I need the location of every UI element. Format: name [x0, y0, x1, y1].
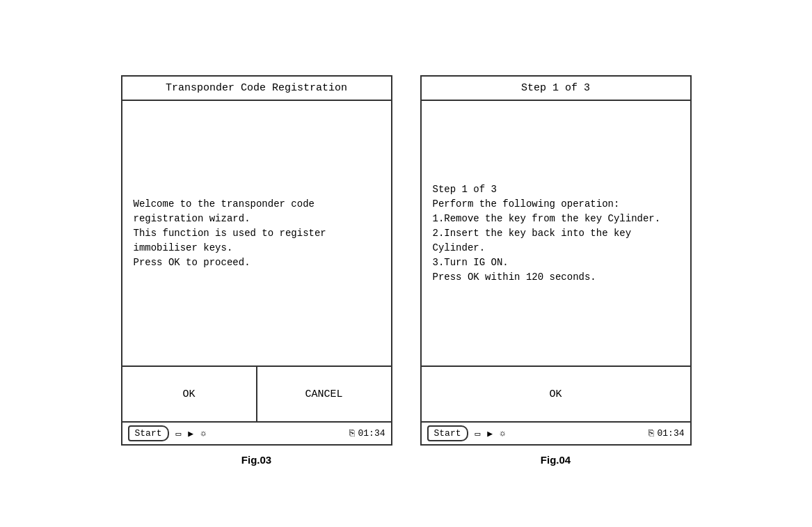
button-bar-04: OK — [422, 365, 690, 421]
figure-03-container: Transponder Code Registration Welcome to… — [121, 75, 392, 466]
taskbar-time-04: ⎘ 01:34 — [648, 428, 684, 439]
screen-content-04: Step 1 of 3 Perform the following operat… — [422, 101, 690, 365]
start-button-03[interactable]: Start — [128, 425, 169, 441]
cursor-icon-03: ▶ — [188, 428, 193, 439]
device-screen-04: Step 1 of 3 Step 1 of 3 Perform the foll… — [420, 75, 692, 446]
taskbar-time-03: ⎘ 01:34 — [349, 428, 385, 439]
taskbar-03: Start ▭ ▶ ☼ ⎘ 01:34 — [122, 421, 391, 444]
ok-button-03[interactable]: OK — [122, 367, 256, 421]
start-button-04[interactable]: Start — [427, 425, 468, 441]
window-icon-03: ▭ — [176, 428, 182, 439]
screen-content-03: Welcome to the transponder code registra… — [122, 101, 391, 365]
cursor-icon-04: ▶ — [487, 428, 493, 439]
keyboard-icon-03: ⎘ — [349, 428, 355, 439]
figure-label-04: Fig.04 — [541, 454, 571, 466]
brightness-icon-03: ☼ — [200, 428, 206, 439]
screen-text-04: Step 1 of 3 Perform the following operat… — [433, 182, 679, 285]
brightness-icon-04: ☼ — [500, 428, 505, 439]
time-display-03: 01:34 — [358, 428, 385, 439]
cancel-button-03[interactable]: CANCEL — [256, 367, 391, 421]
window-icon-04: ▭ — [475, 428, 481, 439]
figure-04-container: Step 1 of 3 Step 1 of 3 Perform the foll… — [420, 75, 692, 466]
page-wrapper: Transponder Code Registration Welcome to… — [121, 75, 692, 466]
figure-label-03: Fig.03 — [241, 454, 271, 466]
keyboard-icon-04: ⎘ — [648, 428, 654, 439]
screen-title-04: Step 1 of 3 — [422, 77, 690, 101]
ok-button-04[interactable]: OK — [422, 367, 690, 421]
device-screen-03: Transponder Code Registration Welcome to… — [121, 75, 392, 446]
screen-text-03: Welcome to the transponder code registra… — [134, 197, 380, 270]
taskbar-04: Start ▭ ▶ ☼ ⎘ 01:34 — [422, 421, 690, 444]
button-bar-03: OK CANCEL — [122, 365, 391, 421]
screen-title-03: Transponder Code Registration — [122, 77, 391, 101]
time-display-04: 01:34 — [657, 428, 684, 439]
